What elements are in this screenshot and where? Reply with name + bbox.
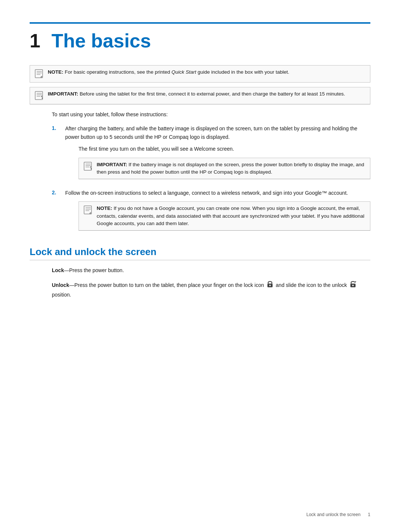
note-icon-2: [83, 205, 94, 215]
top-border: [30, 22, 370, 24]
note-2-label: NOTE:: [97, 205, 112, 211]
svg-point-13: [91, 168, 92, 169]
lock-text: Press the power button.: [69, 267, 124, 273]
note-1-label: NOTE:: [48, 69, 63, 75]
important-callout-1: IMPORTANT: Before using the tablet for t…: [30, 87, 370, 104]
lock-icon-open: [350, 280, 356, 291]
lock-dash: —: [64, 267, 69, 273]
note-icon-1: [34, 69, 45, 79]
svg-rect-9: [84, 162, 91, 170]
step-1-extra: The first time you turn on the tablet, y…: [79, 145, 370, 179]
lock-content: Lock—Press the power button. Unlock—Pres…: [52, 266, 370, 299]
important-icon-2: [83, 161, 94, 172]
unlock-text2: and slide the icon to the unlock: [276, 282, 347, 288]
step-1-content: After charging the battery, and while th…: [65, 124, 370, 184]
svg-point-22: [352, 285, 354, 286]
important-callout-2: IMPORTANT: If the battery image is not d…: [79, 158, 370, 180]
step-2-content: Follow the on-screen instructions to sel…: [65, 189, 370, 235]
step-2-extra: NOTE: If you do not have a Google accoun…: [79, 201, 370, 231]
svg-rect-4: [35, 91, 43, 100]
note-1-content: NOTE: For basic operating instructions, …: [48, 68, 289, 76]
lock-icon-closed: [267, 280, 273, 291]
chapter-title: The basics: [51, 31, 151, 50]
svg-line-21: [355, 281, 356, 282]
note-2-text: If you do not have a Google account, you…: [97, 205, 364, 226]
unlock-dash: —: [69, 282, 74, 288]
important-2-label: IMPORTANT:: [97, 162, 127, 167]
chapter-heading: 1 The basics: [30, 31, 370, 50]
step-1-text: After charging the battery, and while th…: [65, 126, 357, 140]
step-2: 2. Follow the on-screen instructions to …: [52, 189, 370, 235]
important-1-content: IMPORTANT: Before using the tablet for t…: [48, 90, 345, 98]
chapter-number: 1: [30, 31, 40, 50]
step-2-number: 2.: [52, 189, 59, 195]
page-footer: Lock and unlock the screen 1: [306, 512, 370, 517]
note-callout-2: NOTE: If you do not have a Google accoun…: [79, 201, 370, 231]
content-section: To start using your tablet, follow these…: [52, 110, 370, 235]
footer-page: 1: [368, 512, 370, 517]
note-1-text: For basic operating instructions, see th…: [65, 69, 289, 75]
step-1-number: 1.: [52, 124, 59, 131]
unlock-text3: position.: [52, 292, 71, 298]
note-callout-1: NOTE: For basic operating instructions, …: [30, 65, 370, 83]
lock-label: Lock: [52, 267, 64, 273]
step-1-extra-text: The first time you turn on the tablet, y…: [79, 145, 370, 153]
important-2-text: If the battery image is not displayed on…: [97, 162, 364, 175]
unlock-label: Unlock: [52, 282, 69, 288]
important-icon-1: [34, 91, 45, 101]
svg-point-19: [269, 285, 271, 286]
step-1: 1. After charging the battery, and while…: [52, 124, 370, 184]
svg-point-8: [42, 98, 43, 99]
note-2-content: NOTE: If you do not have a Google accoun…: [97, 205, 366, 227]
unlock-paragraph: Unlock—Press the power button to turn on…: [52, 280, 370, 300]
unlock-text1: Press the power button to turn on the ta…: [74, 282, 264, 288]
section-heading: Lock and unlock the screen: [30, 246, 370, 260]
important-1-text: Before using the tablet for the first ti…: [80, 91, 345, 97]
steps-list: 1. After charging the battery, and while…: [52, 124, 370, 235]
intro-text: To start using your tablet, follow these…: [52, 110, 370, 118]
important-1-label: IMPORTANT:: [48, 91, 78, 97]
lock-paragraph: Lock—Press the power button.: [52, 266, 370, 275]
step-2-text: Follow the on-screen instructions to sel…: [65, 190, 348, 196]
footer-section: Lock and unlock the screen: [306, 512, 360, 517]
important-2-content: IMPORTANT: If the battery image is not d…: [97, 161, 366, 176]
